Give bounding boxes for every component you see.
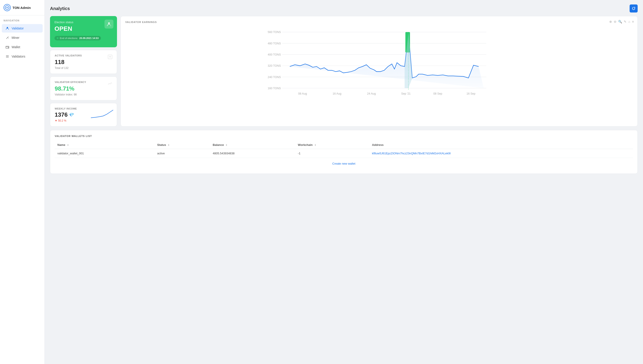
election-status: OPEN (55, 25, 113, 32)
wallet-status: active (155, 149, 210, 158)
col-name[interactable]: Name ⇕ (55, 141, 155, 149)
efficiency-value: 98.71% (55, 85, 112, 92)
wallets-table: Name ⇕ Status ⇕ Balance ⇕ Workchain (55, 141, 633, 158)
earnings-chart: 560 TONS 480 TONS 400 TONS 320 TONS 240 … (125, 27, 633, 98)
col-address: Address (369, 141, 633, 149)
svg-text:Sep '21: Sep '21 (401, 92, 411, 95)
weekly-income-card: Weekly income 1376 💎 ▼ 50.2 % (50, 103, 117, 126)
svg-point-0 (5, 6, 9, 10)
change-value: 50.2 % (58, 119, 66, 122)
nav-label: NAVIGATION (0, 16, 45, 24)
validators-card-icon (107, 54, 113, 61)
wallet-name: validator_wallet_001 (55, 149, 155, 158)
wallets-table-title: VALIDATOR WALLETS LIST (55, 135, 633, 138)
menu-icon[interactable]: ≡ (632, 20, 634, 24)
logo-text: TON Admin (13, 6, 31, 10)
table-row: validator_wallet_001 active 4805.5439348… (55, 149, 633, 158)
svg-point-9 (108, 22, 110, 24)
svg-text:08 Sep: 08 Sep (433, 92, 442, 95)
wallet-balance: 4805.543934838 (210, 149, 295, 158)
svg-text:Returned 2 stakes: Returned 2 stakes (414, 34, 417, 51)
svg-text:560 TONS: 560 TONS (268, 30, 281, 34)
main: Analytics (45, 0, 643, 364)
sidebar-item-wallet-label: Wallet (12, 45, 20, 49)
table-footer: Create new wallet (55, 158, 633, 169)
efficiency-sub: Validator index: 98 (55, 93, 112, 96)
active-validators-value: 118 (55, 59, 112, 66)
wallet-address[interactable]: kf8uw5J61EpzZiONm7hcz23nQMn7BxIE7d1hiM2x… (369, 149, 633, 158)
election-end-value: 20.09.2021 14:53 (79, 37, 99, 40)
sidebar-item-miner-label: Miner (12, 36, 20, 40)
svg-text:08 Aug: 08 Aug (298, 92, 307, 95)
sidebar-item-miner[interactable]: Miner (2, 34, 43, 42)
election-icon (105, 20, 113, 28)
validators-icon (5, 54, 9, 58)
svg-text:320 TONS: 320 TONS (268, 64, 281, 67)
svg-text:240 TONS: 240 TONS (268, 76, 281, 79)
main-header: Analytics (45, 0, 643, 16)
election-end-label: End of elections: (60, 37, 78, 40)
svg-text:16 Sep: 16 Sep (467, 92, 476, 95)
svg-text:160 TONS: 160 TONS (268, 87, 281, 90)
sidebar-item-validators[interactable]: Validators (2, 52, 43, 61)
weekly-sparkline (91, 109, 113, 121)
miner-icon (5, 36, 9, 40)
zoom-in-icon[interactable]: ⊕ (609, 20, 612, 24)
efficiency-label: VALIDATOR EFFICIENCY (55, 81, 112, 84)
svg-marker-30 (290, 33, 484, 88)
svg-text:24 Aug: 24 Aug (367, 92, 376, 95)
efficiency-card: VALIDATOR EFFICIENCY 98.71% Validator in… (50, 76, 117, 100)
wallet-workchain: -1 (295, 149, 369, 158)
logo-icon (4, 4, 11, 11)
create-wallet-link[interactable]: Create new wallet (332, 162, 355, 165)
change-arrow: ▼ (55, 119, 57, 122)
top-row: Election status OPEN End of elections: 2… (50, 16, 638, 126)
sort-name-icon: ⇕ (67, 144, 69, 146)
efficiency-icon (107, 81, 113, 88)
chart-toolbar: ⊕ ⊖ 🔍 ✎ ⌂ ≡ (609, 20, 634, 24)
sidebar-item-validators-label: Validators (12, 55, 25, 58)
svg-text:16 Aug: 16 Aug (333, 92, 341, 95)
active-validators-card: ACTIVE VALIDATORS 118 Total of 132 (50, 50, 117, 74)
cards-column: Election status OPEN End of elections: 2… (50, 16, 117, 126)
svg-point-5 (8, 48, 9, 48)
svg-line-3 (8, 38, 9, 38)
svg-text:400 TONS: 400 TONS (268, 53, 281, 56)
col-workchain[interactable]: Workchain ⇕ (295, 141, 369, 149)
svg-line-2 (6, 36, 9, 39)
chart-title: VALIDATOR EARNINGS (125, 21, 633, 24)
logo: TON Admin (0, 0, 45, 16)
svg-text:480 TONS: 480 TONS (268, 42, 281, 45)
wallets-table-panel: VALIDATOR WALLETS LIST Name ⇕ Status ⇕ (50, 130, 638, 174)
wallet-icon (5, 45, 9, 49)
sidebar-item-wallet[interactable]: Wallet (2, 43, 43, 51)
sidebar-item-validator[interactable]: Validator (2, 24, 43, 32)
diamond-icon: 💎 (69, 112, 74, 117)
status-dot (57, 37, 59, 39)
col-balance[interactable]: Balance ⇕ (210, 141, 295, 149)
sidebar-item-validator-label: Validator (12, 26, 24, 30)
zoom-out-icon[interactable]: ⊖ (614, 20, 616, 24)
active-validators-sub: Total of 132 (55, 66, 112, 70)
election-card: Election status OPEN End of elections: 2… (50, 16, 117, 47)
weekly-income-value: 1376 (55, 111, 68, 118)
sort-balance-icon: ⇕ (225, 144, 227, 146)
svg-point-1 (7, 27, 8, 28)
active-validators-label: ACTIVE VALIDATORS (55, 54, 112, 57)
search-icon[interactable]: 🔍 (618, 20, 622, 24)
election-end: End of elections: 20.09.2021 14:53 (55, 36, 101, 40)
sidebar: TON Admin NAVIGATION Validator Miner (0, 0, 45, 364)
col-status[interactable]: Status ⇕ (155, 141, 210, 149)
sort-workchain-icon: ⇕ (314, 144, 316, 146)
chart-panel: VALIDATOR EARNINGS ⊕ ⊖ 🔍 ✎ ⌂ ≡ (121, 16, 638, 126)
page-title: Analytics (50, 6, 70, 11)
refresh-button[interactable] (629, 4, 638, 12)
validator-icon (5, 26, 9, 30)
election-label: Election status (55, 20, 113, 24)
home-icon[interactable]: ⌂ (628, 20, 630, 24)
edit-icon[interactable]: ✎ (624, 20, 626, 24)
content: Election status OPEN End of elections: 2… (45, 16, 643, 179)
sort-status-icon: ⇕ (168, 144, 169, 146)
